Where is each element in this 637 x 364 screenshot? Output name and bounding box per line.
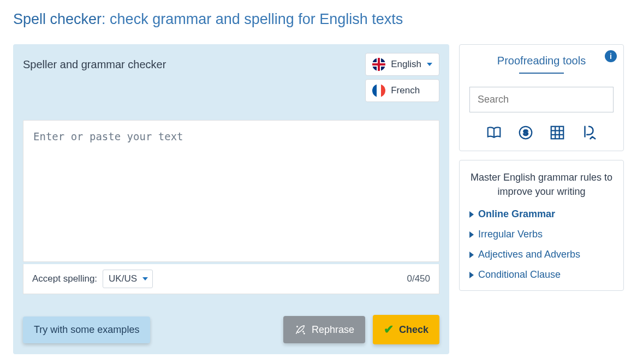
link-label: Adjectives and Adverbs	[478, 249, 580, 260]
svg-text:S: S	[523, 129, 528, 137]
grammar-icon[interactable]	[581, 124, 597, 141]
synonyms-icon[interactable]: S	[517, 124, 534, 141]
link-label: Online Grammar	[478, 208, 555, 220]
link-label: Conditional Clause	[478, 269, 561, 281]
grammar-links-card: Master English grammar rules to improve …	[459, 160, 624, 291]
grammar-intro-text: Master English grammar rules to improve …	[469, 170, 614, 199]
triangle-icon	[469, 211, 474, 218]
flag-fr-icon	[372, 84, 385, 97]
accept-spelling-value: UK/US	[109, 273, 137, 284]
check-button[interactable]: ✔ Check	[373, 315, 439, 344]
options-row: Accept spelling: UK/US 0/450	[23, 264, 439, 294]
chevron-down-icon	[142, 277, 148, 281]
title-rest: : check grammar and spelling for English…	[102, 11, 403, 27]
feather-icon	[294, 324, 306, 336]
title-strong: Spell checker	[13, 11, 102, 27]
page-title: Spell checker: check grammar and spellin…	[13, 11, 624, 28]
char-counter: 0/450	[407, 273, 430, 284]
triangle-icon	[469, 231, 474, 238]
chevron-down-icon	[427, 63, 432, 66]
link-irregular-verbs[interactable]: Irregular Verbs	[469, 229, 614, 240]
proofreading-card: i Proofreading tools S	[459, 44, 624, 151]
conjugation-icon[interactable]	[549, 124, 565, 141]
link-adjectives-adverbs[interactable]: Adjectives and Adverbs	[469, 249, 614, 260]
sidebar: i Proofreading tools S Master English gr…	[459, 44, 624, 291]
triangle-icon	[469, 252, 474, 258]
button-label: Try with some examples	[34, 324, 139, 336]
language-dropdown: English French	[365, 53, 439, 102]
panel-title: Speller and grammar checker	[23, 54, 166, 71]
actions-row: Try with some examples Rephrase ✔ Check	[23, 315, 439, 344]
triangle-icon	[469, 272, 474, 278]
link-online-grammar[interactable]: Online Grammar	[469, 208, 614, 220]
link-conditional-clause[interactable]: Conditional Clause	[469, 269, 614, 281]
search-input[interactable]	[469, 87, 614, 112]
button-label: Check	[399, 324, 428, 336]
flag-uk-icon	[372, 58, 385, 71]
rephrase-button[interactable]: Rephrase	[283, 316, 365, 343]
language-label: English	[391, 59, 421, 70]
svg-point-0	[303, 331, 303, 332]
grammar-link-list: Online Grammar Irregular Verbs Adjective…	[469, 208, 614, 281]
svg-point-1	[297, 326, 297, 327]
svg-point-2	[304, 333, 305, 334]
proofreading-title: Proofreading tools	[469, 55, 614, 78]
link-label: Irregular Verbs	[478, 229, 543, 240]
language-option-french[interactable]: French	[365, 79, 439, 102]
language-option-english[interactable]: English	[365, 53, 439, 76]
check-icon: ✔	[384, 323, 394, 337]
button-label: Rephrase	[312, 324, 354, 336]
text-input[interactable]	[23, 120, 439, 262]
tool-icons-row: S	[469, 124, 614, 141]
accept-spelling-label: Accept spelling:	[32, 273, 97, 284]
examples-button[interactable]: Try with some examples	[23, 317, 150, 343]
svg-rect-5	[551, 127, 564, 139]
language-label: French	[391, 85, 420, 96]
accept-spelling-select[interactable]: UK/US	[103, 270, 153, 288]
checker-panel: Speller and grammar checker English Fren…	[13, 44, 449, 354]
dictionary-icon[interactable]	[486, 124, 502, 141]
